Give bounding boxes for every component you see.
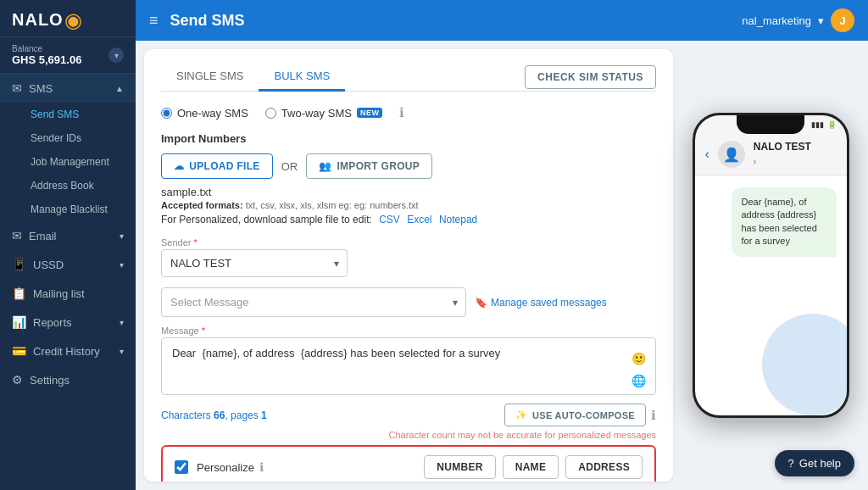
- email-icon: ✉: [12, 229, 22, 242]
- main-area: ≡ Send SMS nal_marketing ▾ J SINGLE SMS …: [136, 0, 868, 490]
- personalize-info-icon[interactable]: ℹ: [259, 460, 264, 474]
- phone-notch: [737, 115, 804, 134]
- auto-compose-label: USE AUTO-COMPOSE: [532, 410, 635, 420]
- new-badge: NEW: [357, 108, 383, 118]
- mailing-icon: 📋: [12, 287, 26, 300]
- sender-label: Sender: [161, 237, 191, 248]
- menu-icon[interactable]: ≡: [149, 12, 159, 30]
- accepted-label: Accepted formats:: [161, 200, 243, 210]
- sender-required: *: [194, 237, 198, 248]
- sidebar-item-address-book[interactable]: Address Book: [0, 174, 136, 198]
- check-sim-button[interactable]: CHECK SIM STATUS: [525, 65, 656, 89]
- personalize-buttons: NUMBER NAME ADDRESS: [424, 455, 643, 479]
- sidebar-item-ussd[interactable]: 📱 USSD ▾: [0, 250, 136, 279]
- one-way-radio-label[interactable]: One-way SMS: [161, 107, 248, 120]
- tab-bulk-sms[interactable]: BULK SMS: [259, 63, 345, 92]
- sidebar-item-reports[interactable]: 📊 Reports ▾: [0, 308, 136, 337]
- one-way-radio[interactable]: [161, 108, 172, 119]
- sidebar-item-mailing[interactable]: 📋 Mailing list: [0, 279, 136, 308]
- signal-icon: ▮▮▮: [811, 120, 824, 129]
- sidebar-item-email[interactable]: ✉ Email ▾: [0, 221, 136, 250]
- filename-text: sample.txt: [161, 186, 656, 198]
- notepad-link[interactable]: Notepad: [439, 214, 477, 226]
- excel-link[interactable]: Excel: [407, 214, 431, 226]
- chevron-down-icon-2: ▾: [120, 260, 124, 270]
- number-button[interactable]: NUMBER: [424, 455, 495, 479]
- balance-chevron[interactable]: ▾: [108, 47, 124, 63]
- two-way-label: Two-way SMS: [281, 107, 352, 120]
- message-select[interactable]: Select Message: [161, 287, 466, 317]
- message-textarea[interactable]: Dear {name}, of address {address} has be…: [161, 337, 656, 395]
- sender-field-label: Sender *: [161, 237, 656, 248]
- two-way-radio[interactable]: [265, 108, 276, 119]
- eg-value: eg: numbers.txt: [354, 200, 419, 210]
- formats-eg: eg:: [338, 200, 353, 210]
- phone-contact-arrow: ›: [754, 157, 756, 166]
- two-way-radio-label[interactable]: Two-way SMS NEW: [265, 107, 383, 120]
- sidebar-item-sender-ids[interactable]: Sender IDs: [0, 126, 136, 150]
- phone-preview-panel: ▮▮▮ 🔋 ‹ 👤 NALO TEST › Dear {name}, of ad…: [682, 49, 860, 482]
- contact-avatar-icon: 👤: [723, 147, 740, 163]
- warning-text: Character count may not be accurate for …: [161, 430, 656, 440]
- manage-saved-messages-link[interactable]: 🔖 Manage saved messages: [475, 297, 607, 309]
- sidebar-item-send-sms[interactable]: Send SMS: [0, 103, 136, 126]
- globe-icon[interactable]: 🌐: [629, 371, 648, 390]
- settings-icon: ⚙: [12, 373, 23, 387]
- phone-contact-name: NALO TEST: [754, 141, 811, 153]
- import-group-button[interactable]: 👥 IMPORT GROUP: [306, 153, 432, 179]
- sidebar-item-job-management[interactable]: Job Management: [0, 150, 136, 174]
- personalized-row: For Personalized, download sample file t…: [161, 214, 656, 226]
- name-button[interactable]: NAME: [503, 455, 559, 479]
- get-help-label: Get help: [799, 457, 841, 470]
- message-label: Message: [161, 326, 199, 336]
- personalize-checkbox[interactable]: [175, 460, 188, 474]
- personalized-text: For Personalized, download sample file t…: [161, 214, 372, 226]
- phone-frame: ▮▮▮ 🔋 ‹ 👤 NALO TEST › Dear {name}, of ad…: [693, 113, 849, 418]
- topbar: ≡ Send SMS nal_marketing ▾ J: [136, 0, 868, 41]
- auto-compose-button[interactable]: ✨ USE AUTO-COMPOSE: [504, 404, 646, 426]
- personalize-label: Personalize ℹ: [197, 460, 264, 474]
- sms-icon: ✉: [12, 81, 22, 95]
- help-icon: ?: [788, 457, 794, 470]
- upload-file-button[interactable]: ☁ UPLOAD FILE: [161, 153, 273, 179]
- pages-value: 1: [261, 409, 267, 421]
- char-count-value: 66: [214, 409, 225, 421]
- address-button[interactable]: ADDRESS: [565, 455, 643, 479]
- phone-contact-avatar: 👤: [718, 141, 745, 168]
- balance-amount: GHS 5,691.06: [12, 53, 81, 66]
- sidebar-item-settings[interactable]: ⚙ Settings: [0, 365, 136, 394]
- accepted-formats-text: Accepted formats: txt, csv, xlsx, xls, x…: [161, 200, 656, 210]
- tab-single-sms[interactable]: SINGLE SMS: [161, 63, 259, 92]
- emoji-icon[interactable]: 🙂: [629, 349, 648, 368]
- sender-select[interactable]: NALO TEST: [161, 249, 348, 277]
- import-section-title: Import Numbers: [161, 132, 656, 145]
- sidebar-balance: Balance GHS 5,691.06 ▾: [0, 37, 136, 74]
- auto-compose-row: ✨ USE AUTO-COMPOSE ℹ: [504, 404, 656, 426]
- message-select-row: Select Message 🔖 Manage saved messages: [161, 287, 656, 317]
- manage-link-label: Manage saved messages: [491, 297, 607, 309]
- get-help-button[interactable]: ? Get help: [775, 450, 854, 476]
- credit-icon: 💳: [12, 344, 26, 358]
- chevron-user-icon: ▾: [818, 14, 824, 27]
- sidebar-item-sms[interactable]: ✉ SMS ▲: [0, 74, 136, 103]
- sidebar-item-manage-blacklist[interactable]: Manage Blacklist: [0, 198, 136, 221]
- sidebar-email-label: Email: [29, 230, 57, 242]
- page-title: Send SMS: [170, 12, 743, 30]
- auto-compose-info-icon[interactable]: ℹ: [651, 408, 656, 423]
- personalize-bar: Personalize ℹ NUMBER NAME ADDRESS: [161, 445, 656, 482]
- compose-icon: ✨: [515, 409, 527, 420]
- import-group-label: IMPORT GROUP: [337, 160, 420, 172]
- message-select-wrapper: Select Message: [161, 287, 466, 317]
- user-menu[interactable]: nal_marketing ▾ J: [742, 8, 854, 32]
- sidebar-item-credit[interactable]: 💳 Credit History ▾: [0, 337, 136, 365]
- phone-back-icon: ‹: [705, 147, 709, 162]
- sidebar-credit-label: Credit History: [33, 345, 100, 358]
- pages-label: pages: [231, 409, 259, 421]
- csv-link[interactable]: CSV: [379, 214, 400, 226]
- textarea-icons: 🙂 🌐: [629, 349, 648, 390]
- username-text: nal_marketing: [742, 14, 811, 27]
- form-panel: SINGLE SMS BULK SMS CHECK SIM STATUS One…: [144, 49, 673, 482]
- tab-bar: SINGLE SMS BULK SMS CHECK SIM STATUS: [161, 63, 656, 92]
- info-icon[interactable]: ℹ: [399, 105, 404, 120]
- or-text: OR: [281, 160, 298, 173]
